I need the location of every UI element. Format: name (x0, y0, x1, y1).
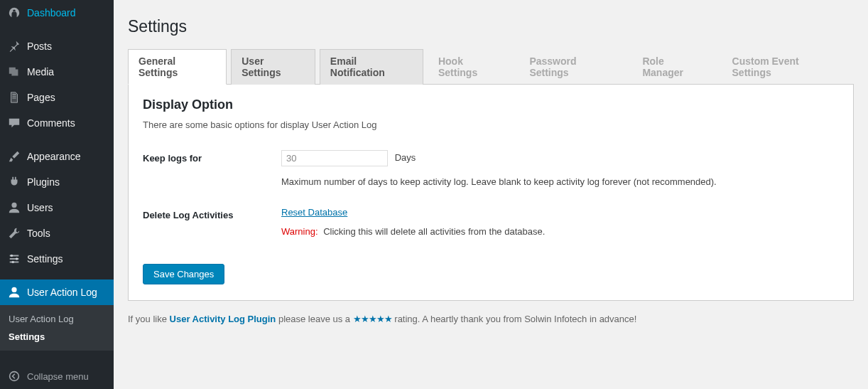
sidebar-item-dashboard[interactable]: Dashboard (0, 0, 114, 26)
settings-tabs: General Settings User Settings Email Not… (128, 49, 854, 85)
svg-point-4 (11, 287, 16, 292)
section-description: There are some basic options for display… (143, 119, 839, 130)
pin-icon (7, 39, 21, 53)
sidebar-item-posts[interactable]: Posts (0, 33, 114, 59)
tab-user-settings[interactable]: User Settings (231, 49, 315, 85)
media-icon (7, 65, 21, 79)
comments-icon (7, 116, 21, 130)
dashboard-icon (7, 6, 21, 20)
save-changes-button[interactable]: Save Changes (143, 264, 224, 284)
pages-icon (7, 90, 21, 105)
sidebar-item-user-action-log[interactable]: User Action Log (0, 279, 114, 305)
warning-label: Warning: (281, 226, 318, 237)
sidebar-item-settings[interactable]: Settings (0, 246, 114, 272)
sidebar-label: Comments (27, 117, 75, 129)
admin-sidebar: Dashboard Posts Media Pages Comments App… (0, 0, 114, 389)
sidebar-item-comments[interactable]: Comments (0, 110, 114, 136)
sidebar-label: User Action Log (27, 287, 97, 298)
footer-suffix: rating. A heartly thank you from Solwin … (392, 314, 637, 324)
tab-password-settings[interactable]: Password Settings (519, 49, 627, 85)
sidebar-item-users[interactable]: Users (0, 195, 114, 220)
sidebar-submenu: User Action Log Settings (0, 305, 114, 351)
collapse-menu-button[interactable]: Collapse menu (0, 363, 114, 389)
warning-text: Clicking this will delete all activities… (323, 226, 545, 237)
sidebar-label: Plugins (27, 176, 60, 188)
sidebar-label: Pages (27, 92, 55, 103)
sidebar-label: Users (27, 202, 53, 213)
footer-prefix: If you like (128, 314, 170, 324)
brush-icon (7, 149, 21, 164)
reset-database-link[interactable]: Reset Database (281, 207, 347, 218)
svg-point-3 (11, 261, 14, 264)
submenu-item-user-action-log[interactable]: User Action Log (0, 310, 114, 328)
footer-plugin-link[interactable]: User Activity Log Plugin (170, 314, 276, 324)
main-content: Settings General Settings User Settings … (114, 0, 868, 389)
tab-email-notification[interactable]: Email Notification (320, 49, 423, 85)
sidebar-label: Settings (27, 253, 63, 265)
svg-point-0 (11, 203, 16, 208)
delete-log-row: Delete Log Activities Reset Database War… (143, 207, 839, 237)
footer-stars-link[interactable]: ★★★★★ (353, 314, 392, 324)
sidebar-item-appearance[interactable]: Appearance (0, 144, 114, 169)
sidebar-label: Tools (27, 228, 50, 239)
svg-point-1 (11, 255, 13, 257)
sidebar-item-plugins[interactable]: Plugins (0, 169, 114, 195)
sidebar-label: Dashboard (27, 7, 76, 18)
keep-logs-row: Keep logs for Days Maximum number of day… (143, 150, 839, 187)
keep-logs-input[interactable] (281, 150, 388, 166)
sidebar-item-tools[interactable]: Tools (0, 220, 114, 246)
keep-logs-label: Keep logs for (143, 150, 281, 164)
users-icon (7, 201, 21, 215)
collapse-label: Collapse menu (27, 371, 89, 382)
delete-log-label: Delete Log Activities (143, 207, 281, 220)
svg-point-5 (10, 372, 19, 381)
sidebar-label: Media (27, 66, 54, 78)
collapse-icon (7, 369, 21, 383)
keep-logs-unit: Days (395, 152, 416, 163)
tab-hook-settings[interactable]: Hook Settings (428, 49, 514, 85)
footer-mid: please leave us a (276, 314, 352, 324)
footer-note: If you like User Activity Log Plugin ple… (128, 314, 854, 324)
svg-point-2 (16, 257, 18, 260)
keep-logs-help: Maximum number of days to keep activity … (281, 176, 839, 187)
sidebar-item-media[interactable]: Media (0, 59, 114, 85)
plug-icon (7, 175, 21, 189)
tab-custom-event-settings[interactable]: Custom Event Settings (722, 49, 850, 85)
page-title: Settings (128, 17, 854, 36)
section-title: Display Option (143, 97, 839, 112)
user-icon (7, 285, 21, 299)
sidebar-item-pages[interactable]: Pages (0, 85, 114, 110)
tab-role-manager[interactable]: Role Manager (631, 49, 717, 85)
settings-panel: Display Option There are some basic opti… (128, 85, 854, 301)
sidebar-label: Appearance (27, 151, 81, 162)
wrench-icon (7, 226, 21, 240)
tab-general-settings[interactable]: General Settings (128, 49, 227, 85)
sliders-icon (7, 252, 21, 266)
submenu-item-settings[interactable]: Settings (0, 328, 114, 346)
sidebar-label: Posts (27, 41, 52, 52)
